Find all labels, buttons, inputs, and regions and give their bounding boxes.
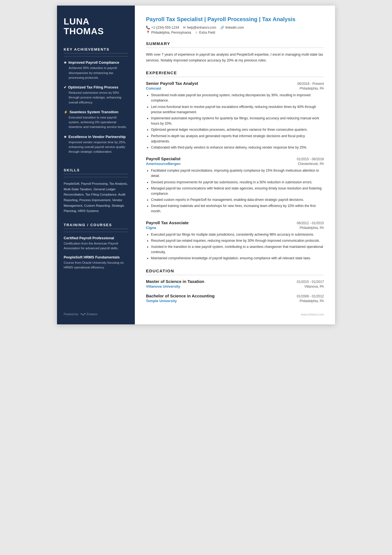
contact-row: 📞 +1-(234)-555-1234 ✉ help@enhancv.com 🔗… <box>146 26 324 29</box>
edu-dates: 01/2008 - 01/2012 <box>297 294 324 298</box>
summary-text: With over 7 years of experience in payro… <box>146 52 324 63</box>
main-content: Payroll Tax Specialist | Payroll Process… <box>135 6 335 324</box>
candidate-name: LUNA THOMAS <box>64 17 128 36</box>
phone-icon: 📞 <box>146 26 150 29</box>
bullet-item: Streamlined multi-state payroll tax proc… <box>151 93 324 103</box>
powered-by-text: Powered by <box>64 313 78 316</box>
exp-entry-associate: Payroll Tax Associate 06/2012 - 01/2015 … <box>146 220 324 261</box>
training-section: TRAINING / COURSES Certified Payroll Pro… <box>64 223 128 275</box>
exp-title: Payroll Specialist <box>146 156 180 161</box>
course-item: Certified Payroll Professional Certifica… <box>64 236 128 251</box>
sidebar-footer: Powered by Enhancv <box>64 307 128 316</box>
achievement-desc: Improved vendor response time by 25%, en… <box>64 140 128 154</box>
summary-title: SUMMARY <box>146 41 324 48</box>
bullet-item: Performed in-depth tax analysis and gene… <box>151 134 324 144</box>
bullet-item: Executed payroll tax filings for multipl… <box>151 232 324 237</box>
bullet-item: Devised process improvements for payroll… <box>151 180 324 185</box>
bullet-item: Managed payroll tax communications with … <box>151 186 324 196</box>
exp-entry-senior: Senior Payroll Tax Analyst 06/2018 - Pre… <box>146 81 324 150</box>
training-title: TRAINING / COURSES <box>64 223 128 229</box>
summary-section: SUMMARY With over 7 years of experience … <box>146 41 324 63</box>
exp-entry-specialist: Payroll Specialist 01/2015 - 06/2018 Ame… <box>146 156 324 214</box>
key-achievements-section: KEY ACHIEVEMENTS ★ Improved Payroll Comp… <box>64 47 128 159</box>
website-text: www.enhancv.com <box>301 313 324 316</box>
achievement-title-text: Optimized Tax Filing Process <box>68 85 118 89</box>
edu-dates: 01/2015 - 01/2017 <box>297 280 324 284</box>
edu-entry-bachelors: Bachelor of Science in Accounting 01/200… <box>146 293 324 303</box>
enhancv-icon <box>80 313 86 316</box>
exp-bullets: Facilitated complex payroll reconciliati… <box>146 168 324 214</box>
email-contact: ✉ help@enhancv.com <box>183 26 216 29</box>
enhancv-brand: Enhancv <box>87 313 98 316</box>
bullet-item: Created custom reports in PeopleSoft for… <box>151 197 324 203</box>
main-footer: www.enhancv.com <box>146 310 324 316</box>
location-contact: 📍 Philadelphia, Pennsylvania <box>146 31 191 34</box>
exp-location: Philadelphia, PA <box>300 226 324 230</box>
exp-dates: 06/2018 - Present <box>297 82 324 86</box>
achievement-item: ⚡ Seamless System Transition Executed tr… <box>64 110 128 130</box>
resume-wrapper: LUNA THOMAS KEY ACHIEVEMENTS ★ Improved … <box>57 6 335 324</box>
exp-title: Payroll Tax Associate <box>146 220 188 225</box>
education-section: EDUCATION Master of Science in Taxation … <box>146 268 324 303</box>
exp-bullets: Executed payroll tax filings for multipl… <box>146 232 324 261</box>
email-icon: ✉ <box>183 26 186 29</box>
star-icon: ★ <box>64 135 67 139</box>
experience-title: EXPERIENCE <box>146 70 324 77</box>
achievement-title-text: Seamless System Transition <box>70 110 118 114</box>
bullet-item: Led cross-functional team to resolve pay… <box>151 104 324 115</box>
key-achievements-title: KEY ACHIEVEMENTS <box>64 47 128 53</box>
exp-company: Comcast <box>146 86 161 90</box>
achievement-title-text: Improved Payroll Compliance <box>68 60 119 65</box>
bullet-item: Resolved payroll tax-related inquiries, … <box>151 238 324 243</box>
achievement-item: ★ Improved Payroll Compliance Achieved 3… <box>64 60 128 80</box>
bullet-item: Developed training materials and led wor… <box>151 203 324 214</box>
achievement-desc: Reduced submission errors by 50% through… <box>64 90 128 105</box>
bullet-item: Assisted in the transition to a new payr… <box>151 244 324 255</box>
main-header: Payroll Tax Specialist | Payroll Process… <box>146 16 324 34</box>
exp-dates: 06/2012 - 01/2015 <box>297 221 324 225</box>
location-text: Philadelphia, Pennsylvania <box>151 31 191 34</box>
phone-contact: 📞 +1-(234)-555-1234 <box>146 26 179 29</box>
skills-text: PeopleSoft, Payroll Processing, Tax Anal… <box>64 181 128 214</box>
location-row: 📍 Philadelphia, Pennsylvania ☆ Extra Fie… <box>146 31 324 34</box>
achievement-desc: Executed transition to new payroll syste… <box>64 115 128 130</box>
edu-degree: Bachelor of Science in Accounting <box>146 293 215 298</box>
edu-degree: Master of Science in Taxation <box>146 279 204 284</box>
location-icon: 📍 <box>146 31 150 34</box>
course-title: Certified Payroll Professional <box>64 236 128 240</box>
edu-location: Villanova, PA <box>304 285 324 288</box>
star-field-icon: ☆ <box>195 31 198 34</box>
star-icon: ★ <box>64 61 67 65</box>
sidebar: LUNA THOMAS KEY ACHIEVEMENTS ★ Improved … <box>57 6 135 324</box>
exp-dates: 01/2015 - 06/2018 <box>297 157 324 161</box>
achievement-desc: Achieved 30% reduction in payroll discre… <box>64 66 128 80</box>
bullet-item: Maintained comprehensive knowledge of pa… <box>151 256 324 261</box>
linkedin-contact: 🔗 linkedin.com <box>220 26 244 29</box>
extra-field-contact: ☆ Extra Field <box>195 31 215 34</box>
exp-location: Philadelphia, PA <box>300 87 324 90</box>
phone-text: +1-(234)-555-1234 <box>151 26 179 29</box>
extra-field-text: Extra Field <box>199 31 215 34</box>
course-desc: Certification from the American Payroll … <box>64 241 128 251</box>
skills-title: SKILLS <box>64 168 128 174</box>
edu-school: Temple University <box>146 299 177 303</box>
course-title: PeopleSoft HRMS Fundamentals <box>64 255 128 259</box>
achievement-title-text: Excellence in Vendor Partnership <box>68 135 126 139</box>
bullet-item: Facilitated complex payroll reconciliati… <box>151 168 324 179</box>
check-icon: ✔ <box>64 85 66 89</box>
edu-location: Philadelphia, PA <box>300 299 324 303</box>
exp-bullets: Streamlined multi-state payroll tax proc… <box>146 93 324 150</box>
linkedin-text: linkedin.com <box>225 26 244 29</box>
achievement-item: ★ Excellence in Vendor Partnership Impro… <box>64 135 128 154</box>
job-titles: Payroll Tax Specialist | Payroll Process… <box>146 16 324 23</box>
email-text: help@enhancv.com <box>187 26 216 29</box>
skills-section: SKILLS PeopleSoft, Payroll Processing, T… <box>64 168 128 214</box>
exp-title: Senior Payroll Tax Analyst <box>146 81 198 86</box>
course-desc: Course from Oracle University focusing o… <box>64 260 128 270</box>
exp-company: Cigna <box>146 226 156 230</box>
bullet-item: Optimized general ledger reconciliation … <box>151 127 324 132</box>
edu-school: Villanova University <box>146 284 180 288</box>
course-item: PeopleSoft HRMS Fundamentals Course from… <box>64 255 128 270</box>
exp-company: AmerisourceBergen <box>146 162 180 166</box>
bolt-icon: ⚡ <box>64 110 68 114</box>
